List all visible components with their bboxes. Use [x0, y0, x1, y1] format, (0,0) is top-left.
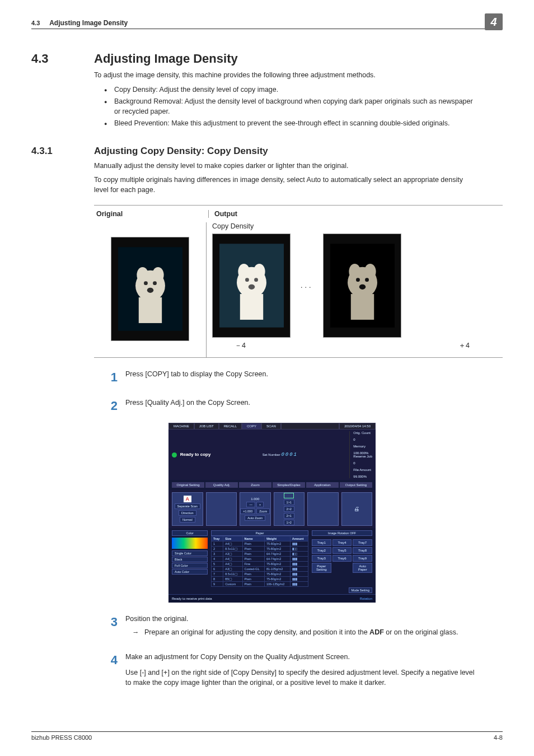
subsection-title: Adjusting Copy Density: Copy Density — [94, 146, 268, 157]
sg-tray-row[interactable]: 9CustomPlain106-135g/m2▮▮▮ — [212, 581, 308, 586]
sg-mode-application[interactable]: Application — [306, 482, 339, 488]
sg-tray-button[interactable]: Tray6 — [332, 555, 352, 562]
sg-black[interactable]: Black — [172, 557, 208, 562]
sg-single-color[interactable]: Single Color — [172, 550, 208, 556]
sg-tray-cell: Plain — [242, 541, 264, 546]
sg-zoom-plus[interactable]: + — [256, 502, 264, 507]
running-header: 4.3 Adjusting Image Density 4 — [31, 13, 503, 29]
sg-tray-button[interactable]: Tray3 — [312, 555, 331, 562]
sg-tray-cell: 5 — [212, 561, 223, 566]
sg-tray-cell: ▮▮▮ — [290, 576, 308, 581]
sg-tray-row[interactable]: 8B5▢Plain75-80g/m2▮▮▮ — [212, 576, 308, 581]
sg-tray-cell: Fine — [242, 561, 264, 566]
sg-foot-right[interactable]: Rotation — [360, 597, 372, 600]
sg-output-icon: 🖨 — [354, 506, 359, 512]
svg-point-13 — [245, 278, 249, 282]
sg-zoom-btn[interactable]: Zoom — [256, 508, 270, 514]
sg-normal[interactable]: Normal — [180, 517, 195, 522]
sg-tray-cell: 75-80g/m2 — [264, 561, 290, 566]
sg-tray-cell: Plain — [242, 556, 264, 561]
sg-file-label: File Amount — [353, 468, 372, 472]
gallery-output-light — [212, 234, 291, 338]
sg-tray-button[interactable]: Tray2 — [312, 547, 331, 554]
sg-tray-cell: Plain — [242, 576, 264, 581]
sg-1to2[interactable]: 1>2 — [284, 520, 294, 525]
header-section-text: Adjusting Image Density — [49, 19, 128, 27]
sg-color-label: Color — [172, 530, 208, 536]
sg-tab-joblist[interactable]: JOB LIST — [194, 423, 219, 430]
sg-tray-button[interactable]: Tray7 — [353, 539, 372, 546]
sg-tray-row[interactable]: 1A4▢Plain75-80g/m2▮▮▮ — [212, 541, 308, 546]
sg-setnum-value: 0001 — [281, 452, 298, 458]
sg-duplex-cell: 1>1 2>2 2>1 1>2 — [274, 492, 305, 526]
sg-tray-cell: 4 — [212, 556, 223, 561]
bullet-copy-density: Copy Density: Adjust the density level o… — [106, 85, 475, 95]
sg-tray-button[interactable]: Tray8 — [353, 547, 372, 554]
sg-tray-cell: A4▢ — [223, 541, 242, 546]
gallery-output-dark — [323, 234, 401, 338]
density-gallery: Original Output — [94, 205, 503, 358]
svg-point-3 — [152, 267, 163, 283]
sg-mode-quality[interactable]: Quality Adj. — [205, 482, 238, 488]
sg-tray-button[interactable]: Tray5 — [332, 547, 352, 554]
sg-zoom-preset[interactable]: ×1.000 — [240, 508, 255, 514]
sg-tray-button[interactable]: Tray1 — [312, 539, 331, 546]
sg-2to1[interactable]: 2>1 — [284, 513, 294, 519]
step-4-detail: Use [-] and [+] on the right side of [Co… — [125, 668, 475, 688]
sg-auto-color[interactable]: Auto Color — [172, 569, 208, 575]
sg-2to2[interactable]: 2>2 — [284, 506, 294, 512]
sg-tray-cell: ▮▮▮ — [290, 571, 308, 576]
sg-foot-left: Ready to receive print data — [172, 597, 212, 600]
section-title: Adjusting Image Density — [94, 52, 238, 66]
sg-tray-cell: ▮▯▯ — [290, 546, 308, 551]
sg-original-cell: A Separate Scan Direction Normal — [172, 492, 203, 526]
sg-tab-scan[interactable]: SCAN — [261, 423, 281, 430]
sg-mode-duplex[interactable]: Simplex/Duplex — [273, 482, 305, 488]
sg-th-weight: Weight — [264, 536, 290, 541]
sg-tab-recall[interactable]: RECALL — [219, 423, 242, 430]
sg-tray-button[interactable]: Paper Setting — [312, 563, 331, 573]
sg-image-rotation[interactable]: Image Rotation OFF — [312, 530, 372, 536]
sg-file-value: 99.000% — [353, 475, 372, 478]
svg-rect-4 — [138, 297, 161, 323]
sg-tray-cell: 75-80g/m2 — [264, 576, 290, 581]
sg-tray-cell: Plain — [242, 581, 264, 586]
sg-separate-scan[interactable]: Separate Scan — [175, 503, 200, 509]
sg-tray-button[interactable]: Tray4 — [332, 539, 352, 546]
sg-letter-a: A — [184, 496, 192, 502]
gallery-ellipsis: ... — [301, 282, 313, 290]
sg-auto-zoom[interactable]: Auto Zoom — [245, 515, 265, 521]
sg-1to1[interactable]: 1>1 — [284, 500, 294, 505]
sg-tray-cell: 1 — [212, 541, 223, 546]
sg-tray-row[interactable]: 6A3▢Coated-GL81-105g/m2▮▮▮ — [212, 566, 308, 571]
sg-full-color[interactable]: Full Color — [172, 563, 208, 568]
chapter-chip: 4 — [485, 13, 503, 30]
sg-tab-machine[interactable]: MACHINE — [168, 423, 194, 430]
sg-tray-row[interactable]: 3A3▢Plain64-74g/m2▮▯▯ — [212, 551, 308, 556]
sg-color-swatch — [172, 538, 208, 549]
sg-tray-row[interactable]: 28.5x11▢Plain75-80g/m2▮▯▯ — [212, 546, 308, 551]
gallery-head-output: Output — [209, 210, 237, 218]
sg-mode-zoom[interactable]: Zoom — [239, 482, 271, 488]
sg-mode-setting-btn[interactable]: Mode Setting — [349, 587, 372, 593]
sg-tray-button[interactable]: Auto Paper — [353, 563, 372, 573]
sg-tray-button[interactable]: Tray9 — [353, 555, 372, 562]
svg-point-6 — [153, 281, 157, 285]
svg-point-10 — [238, 264, 250, 279]
sg-mode-original[interactable]: Original Setting — [172, 482, 204, 488]
sg-tray-cell: 9 — [212, 581, 223, 586]
bullet-bleed-prevention: Bleed Prevention: Make this adjustment t… — [106, 119, 475, 129]
sg-tray-row[interactable]: 78.5x11▢Plain75-80g/m2▮▮▮ — [212, 571, 308, 576]
sg-tray-row[interactable]: 5A4▢Fine75-80g/m2▮▮▮ — [212, 561, 308, 566]
svg-point-5 — [144, 281, 148, 285]
sg-tray-cell: ▮▮▮ — [290, 566, 308, 571]
sg-tray-cell: Plain — [242, 551, 264, 556]
sg-mode-output[interactable]: Output Setting — [340, 482, 372, 488]
sg-tab-copy[interactable]: COPY — [242, 423, 261, 430]
sg-tray-cell: A3▢ — [223, 551, 242, 556]
svg-point-19 — [364, 264, 376, 279]
sg-tray-row[interactable]: 4A4▢Plain64-74g/m2▮▮▮ — [212, 556, 308, 561]
sg-direction[interactable]: Direction — [179, 510, 196, 516]
sg-zoom-minus[interactable]: — — [246, 502, 255, 507]
step-2-text: Press [Quality Adj.] on the Copy Screen. — [125, 398, 475, 415]
